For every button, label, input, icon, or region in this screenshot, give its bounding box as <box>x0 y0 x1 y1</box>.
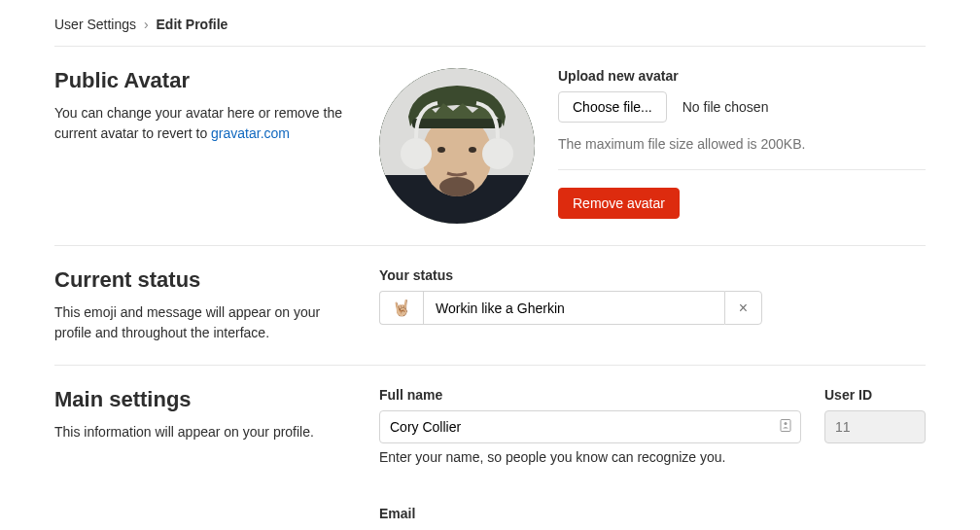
status-section-desc: This emoji and message will appear on yo… <box>54 302 356 343</box>
divider <box>558 169 926 170</box>
breadcrumb: User Settings › Edit Profile <box>54 15 926 47</box>
status-section-title: Current status <box>54 267 356 293</box>
current-status-section: Current status This emoji and message wi… <box>54 246 926 366</box>
status-emoji-picker[interactable]: 🤘🏼 <box>379 291 423 325</box>
avatar-section-desc: You can change your avatar here or remov… <box>54 103 356 144</box>
svg-point-8 <box>401 138 432 169</box>
main-section-desc: This information will appear on your pro… <box>54 422 356 442</box>
contact-icon <box>780 419 791 436</box>
svg-point-5 <box>439 177 474 196</box>
userid-input <box>824 410 926 443</box>
close-icon: × <box>739 300 748 317</box>
fullname-input[interactable] <box>379 410 801 443</box>
upload-avatar-label: Upload new avatar <box>558 68 926 84</box>
userid-label: User ID <box>824 387 926 403</box>
main-settings-section: Main settings This information will appe… <box>54 366 926 530</box>
avatar-image <box>379 68 535 224</box>
file-size-hint: The maximum file size allowed is 200KB. <box>558 136 926 152</box>
choose-file-button[interactable]: Choose file... <box>558 91 667 123</box>
svg-point-7 <box>469 147 476 153</box>
status-message-input[interactable] <box>423 291 724 325</box>
file-status-text: No file chosen <box>682 99 769 115</box>
avatar-section-title: Public Avatar <box>54 68 356 93</box>
svg-rect-4 <box>412 119 502 128</box>
svg-point-11 <box>785 422 788 425</box>
fullname-help: Enter your name, so people you know can … <box>379 449 801 465</box>
svg-point-9 <box>482 138 513 169</box>
main-section-title: Main settings <box>54 387 356 412</box>
svg-point-6 <box>438 147 445 153</box>
status-label: Your status <box>379 267 926 283</box>
breadcrumb-parent[interactable]: User Settings <box>54 17 136 32</box>
remove-avatar-button[interactable]: Remove avatar <box>558 188 680 219</box>
gravatar-link[interactable]: gravatar.com <box>211 125 290 141</box>
svg-rect-10 <box>781 420 790 432</box>
public-avatar-section: Public Avatar You can change your avatar… <box>54 47 926 246</box>
breadcrumb-current: Edit Profile <box>157 17 228 32</box>
fullname-label: Full name <box>379 387 801 403</box>
chevron-right-icon: › <box>144 17 149 32</box>
email-label: Email <box>379 506 926 521</box>
clear-status-button[interactable]: × <box>724 291 762 325</box>
